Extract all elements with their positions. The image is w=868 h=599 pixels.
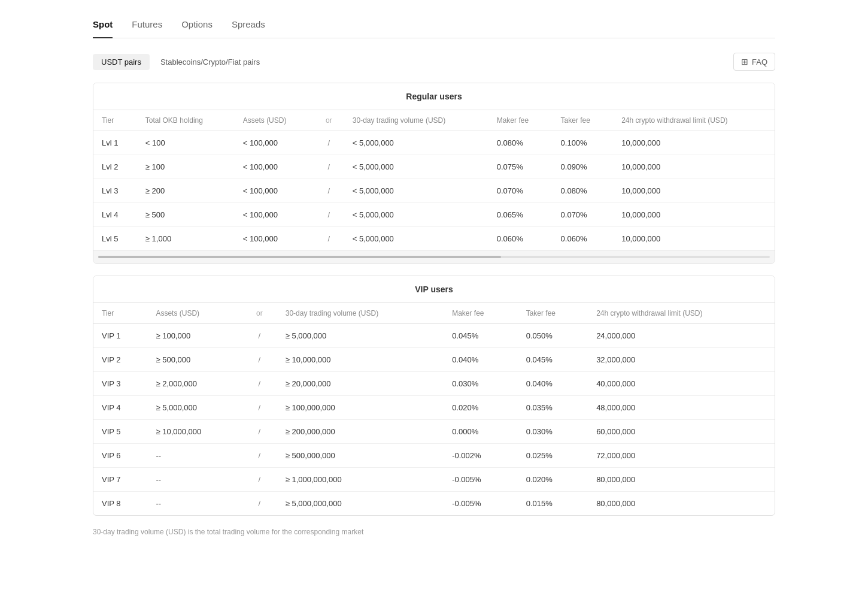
table-row: Lvl 2 ≥ 100 < 100,000 / < 5,000,000 0.07… (93, 155, 775, 179)
regular-users-table: Regular users Tier Total OKB holding Ass… (93, 83, 775, 264)
cell-limit: 10,000,000 (613, 203, 775, 227)
cell-tier: VIP 5 (93, 420, 147, 444)
col-okb: Total OKB holding (137, 110, 235, 131)
cell-sep: / (314, 203, 344, 227)
faq-button[interactable]: ⊞ FAQ (733, 53, 775, 71)
cell-assets: < 100,000 (235, 155, 314, 179)
cell-volume: ≥ 10,000,000 (277, 348, 444, 372)
main-tabs: Spot Futures Options Spreads (93, 12, 775, 38)
cell-tier: Lvl 2 (93, 155, 137, 179)
cell-tier: VIP 2 (93, 348, 147, 372)
cell-sep: / (242, 468, 277, 492)
cell-taker: 0.035% (518, 396, 588, 420)
cell-okb: ≥ 500 (137, 203, 235, 227)
cell-volume: ≥ 20,000,000 (277, 372, 444, 396)
cell-tier: VIP 3 (93, 372, 147, 396)
scrollbar-regular[interactable] (93, 250, 775, 263)
vip-col-assets: Assets (USD) (147, 303, 242, 324)
cell-sep: / (242, 324, 277, 348)
sub-tabs-bar: USDT pairs Stablecoins/Crypto/Fiat pairs… (93, 53, 775, 71)
vip-table-header: Tier Assets (USD) or 30-day trading volu… (93, 303, 775, 324)
cell-volume: ≥ 5,000,000,000 (277, 492, 444, 516)
cell-limit: 10,000,000 (613, 179, 775, 203)
cell-sep: / (242, 348, 277, 372)
footnote: 30-day trading volume (USD) is the total… (93, 528, 775, 536)
cell-maker: 0.030% (444, 372, 518, 396)
cell-assets: -- (147, 444, 242, 468)
cell-volume: ≥ 5,000,000 (277, 324, 444, 348)
cell-assets: ≥ 500,000 (147, 348, 242, 372)
table-row: VIP 5 ≥ 10,000,000 / ≥ 200,000,000 0.000… (93, 420, 775, 444)
cell-maker: 0.065% (488, 203, 553, 227)
cell-taker: 0.080% (553, 179, 614, 203)
cell-assets: ≥ 10,000,000 (147, 420, 242, 444)
cell-maker: 0.070% (488, 179, 553, 203)
table-row: VIP 4 ≥ 5,000,000 / ≥ 100,000,000 0.020%… (93, 396, 775, 420)
cell-assets: ≥ 2,000,000 (147, 372, 242, 396)
sub-tab-stable[interactable]: Stablecoins/Crypto/Fiat pairs (152, 54, 268, 70)
vip-users-table: VIP users Tier Assets (USD) or 30-day tr… (93, 276, 775, 516)
vip-col-taker: Taker fee (518, 303, 588, 324)
table-row: Lvl 5 ≥ 1,000 < 100,000 / < 5,000,000 0.… (93, 227, 775, 251)
regular-table-header: Tier Total OKB holding Assets (USD) or 3… (93, 110, 775, 131)
cell-limit: 48,000,000 (588, 396, 775, 420)
cell-volume: < 5,000,000 (344, 227, 488, 251)
vip-col-maker: Maker fee (444, 303, 518, 324)
cell-sep: / (242, 396, 277, 420)
cell-okb: ≥ 1,000 (137, 227, 235, 251)
cell-volume: ≥ 100,000,000 (277, 396, 444, 420)
cell-tier: Lvl 4 (93, 203, 137, 227)
tab-spreads[interactable]: Spreads (232, 12, 265, 38)
cell-maker: 0.040% (444, 348, 518, 372)
vip-col-or: or (242, 303, 277, 324)
scrollbar-thumb (98, 256, 501, 258)
cell-assets: ≥ 5,000,000 (147, 396, 242, 420)
vip-col-volume: 30-day trading volume (USD) (277, 303, 444, 324)
cell-maker: 0.080% (488, 131, 553, 155)
faq-icon: ⊞ (741, 57, 748, 66)
sub-tabs-left: USDT pairs Stablecoins/Crypto/Fiat pairs (93, 54, 268, 70)
cell-assets: < 100,000 (235, 179, 314, 203)
tab-spot[interactable]: Spot (93, 12, 113, 38)
cell-assets: ≥ 100,000 (147, 324, 242, 348)
faq-label: FAQ (752, 58, 767, 66)
col-tier: Tier (93, 110, 137, 131)
cell-limit: 32,000,000 (588, 348, 775, 372)
cell-taker: 0.070% (553, 203, 614, 227)
cell-sep: / (314, 179, 344, 203)
cell-limit: 10,000,000 (613, 227, 775, 251)
cell-sep: / (242, 420, 277, 444)
cell-taker: 0.045% (518, 348, 588, 372)
table-row: VIP 2 ≥ 500,000 / ≥ 10,000,000 0.040% 0.… (93, 348, 775, 372)
cell-taker: 0.020% (518, 468, 588, 492)
table-row: VIP 6 -- / ≥ 500,000,000 -0.002% 0.025% … (93, 444, 775, 468)
cell-maker: 0.060% (488, 227, 553, 251)
table-row: Lvl 3 ≥ 200 < 100,000 / < 5,000,000 0.07… (93, 179, 775, 203)
cell-assets: -- (147, 492, 242, 516)
table-row: Lvl 4 ≥ 500 < 100,000 / < 5,000,000 0.06… (93, 203, 775, 227)
vip-col-limit: 24h crypto withdrawal limit (USD) (588, 303, 775, 324)
regular-table-title: Regular users (93, 83, 775, 110)
cell-tier: VIP 8 (93, 492, 147, 516)
cell-limit: 40,000,000 (588, 372, 775, 396)
tab-futures[interactable]: Futures (132, 12, 162, 38)
cell-sep: / (314, 131, 344, 155)
cell-taker: 0.100% (553, 131, 614, 155)
cell-maker: -0.005% (444, 468, 518, 492)
cell-okb: ≥ 100 (137, 155, 235, 179)
cell-limit: 72,000,000 (588, 444, 775, 468)
cell-maker: 0.000% (444, 420, 518, 444)
sub-tab-usdt[interactable]: USDT pairs (93, 54, 150, 70)
cell-sep: / (314, 227, 344, 251)
cell-tier: VIP 7 (93, 468, 147, 492)
cell-assets: < 100,000 (235, 203, 314, 227)
cell-limit: 10,000,000 (613, 131, 775, 155)
col-or: or (314, 110, 344, 131)
tab-options[interactable]: Options (181, 12, 213, 38)
cell-tier: Lvl 3 (93, 179, 137, 203)
cell-taker: 0.015% (518, 492, 588, 516)
cell-maker: 0.045% (444, 324, 518, 348)
col-assets: Assets (USD) (235, 110, 314, 131)
table-row: VIP 1 ≥ 100,000 / ≥ 5,000,000 0.045% 0.0… (93, 324, 775, 348)
cell-taker: 0.025% (518, 444, 588, 468)
